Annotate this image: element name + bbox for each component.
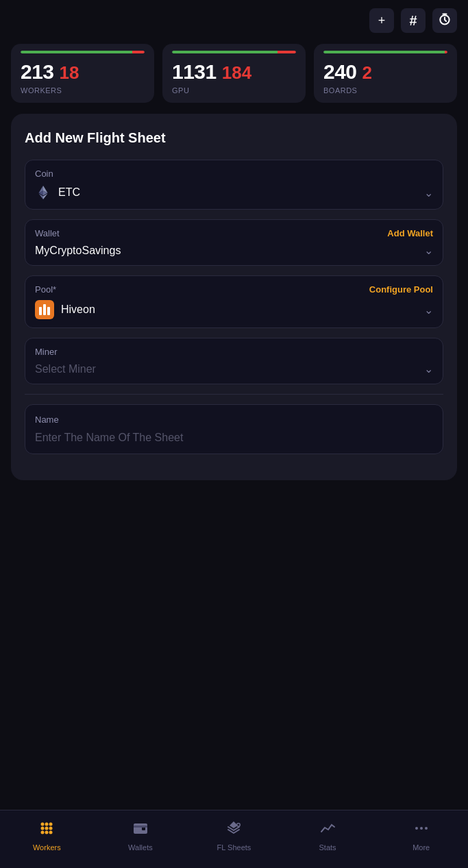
gpu-card[interactable]: 1131 184 GPU bbox=[162, 44, 306, 103]
hiveon-icon bbox=[35, 300, 54, 319]
svg-point-14 bbox=[41, 827, 45, 830]
coin-value-text: ETC bbox=[58, 186, 80, 199]
timer-button[interactable] bbox=[432, 8, 457, 33]
workers-label: WORKERS bbox=[21, 86, 145, 95]
pool-label: Pool* bbox=[35, 284, 56, 295]
miner-field[interactable]: Miner Select Miner ⌄ bbox=[25, 338, 443, 384]
nav-more[interactable]: More bbox=[374, 817, 468, 854]
coin-label: Coin bbox=[35, 169, 53, 179]
coin-chevron-icon: ⌄ bbox=[424, 186, 433, 199]
section-separator bbox=[25, 394, 443, 395]
wallet-value-text: MyCryptoSavings bbox=[35, 245, 121, 257]
svg-rect-10 bbox=[47, 307, 50, 315]
stats-row: 213 18 WORKERS 1131 184 GPU 240 2 BOARDS bbox=[0, 38, 468, 114]
ethereum-icon bbox=[35, 184, 51, 201]
miner-value-row[interactable]: Select Miner ⌄ bbox=[35, 362, 433, 375]
svg-point-25 bbox=[420, 827, 423, 830]
pool-value-text: Hiveon bbox=[61, 303, 95, 316]
top-bar: + # bbox=[0, 0, 468, 38]
wallet-label: Wallet bbox=[35, 228, 60, 238]
wallets-nav-icon bbox=[132, 820, 149, 841]
gpu-alert-value: 184 bbox=[222, 62, 251, 84]
boards-label: BOARDS bbox=[323, 86, 447, 95]
workers-card[interactable]: 213 18 WORKERS bbox=[11, 44, 154, 103]
miner-label: Miner bbox=[35, 347, 58, 357]
stats-nav-icon bbox=[319, 820, 336, 841]
form-card: Add New Flight Sheet Coin ETC ⌄ bbox=[11, 114, 457, 480]
gpu-bar-fill bbox=[172, 51, 296, 53]
more-nav-label: More bbox=[412, 843, 430, 852]
add-wallet-button[interactable]: Add Wallet bbox=[387, 228, 433, 238]
svg-point-11 bbox=[41, 823, 45, 826]
svg-point-13 bbox=[49, 823, 53, 826]
name-input[interactable]: Enter The Name Of The Sheet bbox=[35, 432, 433, 444]
nav-workers[interactable]: Workers bbox=[0, 817, 94, 854]
configure-pool-button[interactable]: Configure Pool bbox=[369, 284, 433, 295]
svg-point-18 bbox=[45, 831, 49, 834]
pool-value-row[interactable]: Hiveon ⌄ bbox=[35, 300, 433, 319]
hashtag-button[interactable]: # bbox=[401, 8, 426, 33]
nav-wallets[interactable]: Wallets bbox=[94, 817, 188, 854]
flsheets-nav-label: FL Sheets bbox=[217, 843, 251, 852]
svg-point-26 bbox=[425, 827, 428, 830]
svg-point-19 bbox=[49, 831, 53, 834]
gpu-main-value: 1131 bbox=[172, 60, 217, 84]
svg-rect-8 bbox=[39, 307, 42, 315]
nav-stats[interactable]: Stats bbox=[281, 817, 375, 854]
miner-chevron-icon: ⌄ bbox=[424, 362, 433, 375]
svg-rect-22 bbox=[134, 826, 147, 828]
pool-field[interactable]: Pool* Configure Pool Hiveon ⌄ bbox=[25, 275, 443, 328]
wallet-value-row[interactable]: MyCryptoSavings ⌄ bbox=[35, 244, 433, 257]
bottom-nav: Workers Wallets FL Sheets bbox=[0, 810, 468, 868]
stats-nav-label: Stats bbox=[319, 843, 336, 852]
hashtag-icon: # bbox=[409, 13, 417, 29]
workers-bar-container bbox=[21, 51, 145, 53]
workers-nav-label: Workers bbox=[33, 843, 61, 852]
svg-point-24 bbox=[415, 827, 418, 830]
wallet-field[interactable]: Wallet Add Wallet MyCryptoSavings ⌄ bbox=[25, 219, 443, 266]
boards-card[interactable]: 240 2 BOARDS bbox=[314, 44, 457, 103]
name-field[interactable]: Name Enter The Name Of The Sheet bbox=[25, 404, 443, 454]
workers-alert-value: 18 bbox=[60, 62, 79, 84]
wallets-nav-label: Wallets bbox=[128, 843, 153, 852]
boards-main-value: 240 bbox=[323, 60, 357, 84]
timer-icon bbox=[438, 12, 452, 29]
boards-bar-container bbox=[323, 51, 447, 53]
svg-rect-9 bbox=[43, 304, 46, 315]
flsheets-nav-icon bbox=[225, 820, 242, 841]
coin-value-row[interactable]: ETC ⌄ bbox=[35, 184, 433, 201]
workers-nav-icon bbox=[38, 820, 55, 841]
svg-point-15 bbox=[45, 827, 49, 830]
coin-field[interactable]: Coin ETC ⌄ bbox=[25, 160, 443, 210]
boards-alert-value: 2 bbox=[362, 62, 372, 84]
add-button[interactable]: + bbox=[369, 8, 394, 33]
svg-point-12 bbox=[45, 823, 49, 826]
workers-main-value: 213 bbox=[21, 60, 54, 84]
nav-flsheets[interactable]: FL Sheets bbox=[187, 817, 281, 854]
more-nav-icon bbox=[413, 820, 430, 841]
boards-bar-fill bbox=[323, 51, 447, 53]
wallet-chevron-icon: ⌄ bbox=[424, 244, 433, 257]
gpu-label: GPU bbox=[172, 86, 296, 95]
form-title: Add New Flight Sheet bbox=[25, 130, 443, 146]
svg-point-16 bbox=[49, 827, 53, 830]
svg-point-17 bbox=[41, 831, 45, 834]
name-label: Name bbox=[35, 414, 433, 425]
pool-chevron-icon: ⌄ bbox=[424, 303, 433, 317]
gpu-bar-container bbox=[172, 51, 296, 53]
miner-value-text: Select Miner bbox=[35, 363, 96, 375]
plus-icon: + bbox=[378, 14, 386, 28]
workers-bar-fill bbox=[21, 51, 145, 53]
